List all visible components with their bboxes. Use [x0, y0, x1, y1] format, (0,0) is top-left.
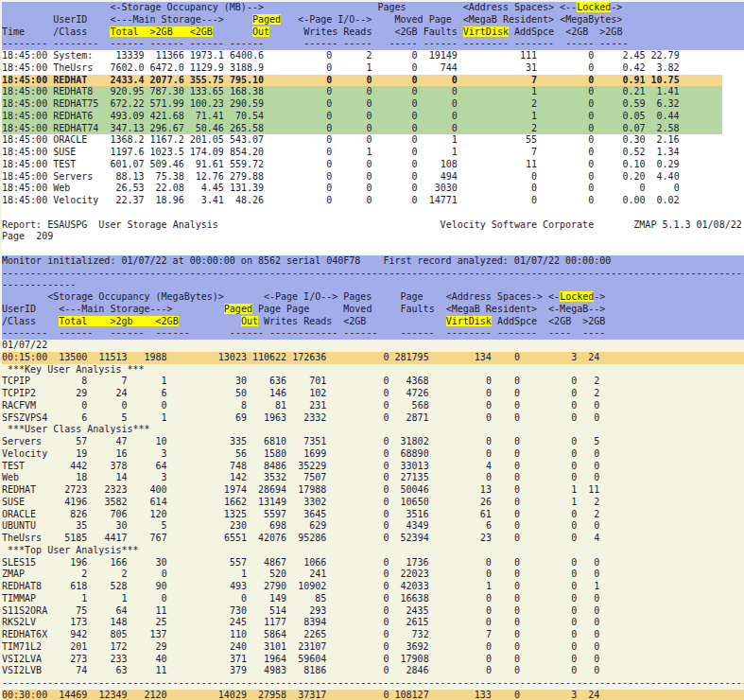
cell-userid: Servers: [53, 171, 93, 182]
cell-page-reads: 85: [315, 593, 326, 604]
cell-virtdisk: 31: [526, 62, 537, 73]
cell-virtdisk: 133: [475, 690, 492, 700]
cell-locked-lt2gb: 0: [571, 581, 577, 591]
cell-pages-moved: 0: [383, 629, 389, 639]
cell-lt2gb: 120: [150, 509, 167, 519]
cell-pages-moved: 0: [412, 134, 418, 145]
cell-page-reads: 1: [366, 147, 372, 157]
cell-pages-moved: 0: [383, 617, 389, 627]
label: AddSpce: [514, 26, 554, 37]
cell-virtdisk: 134: [475, 352, 492, 362]
cell-total: 942: [70, 629, 87, 639]
cell-pages-moved: 0: [383, 605, 389, 616]
cell-userid: REDHAT75: [53, 98, 98, 109]
cell-gt2gb: 1023.5: [150, 147, 184, 157]
table-row: REDHAT6X 942 805 137 110 5864 2265 0 732…: [2, 629, 744, 641]
cell-page-writes: 5864: [264, 629, 286, 639]
monitor-and-header: Monitor initialized: 01/07/22 at 00:00:0…: [2, 255, 744, 340]
cell-addspce: 0: [588, 75, 594, 85]
cell-lt2gb: 3: [162, 448, 167, 459]
cell-page-reads: 0: [366, 183, 372, 193]
cell-page-reads: 0: [366, 75, 372, 85]
table-row: RKS2LV 173 148 25 245 1177 8394 0 2615 0…: [2, 617, 744, 629]
cell-page-writes: 520: [269, 569, 286, 579]
cell-locked-gt2gb: 2: [594, 497, 599, 507]
label: <MegaB Resident>: [446, 304, 537, 314]
cell-pages-moved: 0: [412, 75, 418, 85]
label: >2GB: [599, 26, 622, 37]
cell-pages-moved: 0: [412, 123, 418, 133]
cell-locked-lt2gb: 0: [571, 605, 577, 616]
cell-page-writes: 0: [326, 183, 332, 193]
cell-addspce: 0: [514, 690, 520, 700]
cell-locked-lt2gb: 0: [571, 533, 577, 543]
cell-paged-out: 13023: [218, 352, 247, 362]
cell-locked-gt2gb: 2.16: [657, 134, 680, 145]
cell-total: 8: [81, 376, 87, 386]
cell-paged-out: 290.59: [230, 98, 264, 109]
cell-locked-gt2gb: 24: [588, 352, 599, 362]
cell-locked-lt2gb: 0: [571, 569, 577, 579]
cell-page-faults: 0: [452, 98, 458, 109]
cell-page-reads: 0: [366, 86, 372, 96]
cell-locked-gt2gb: 0: [594, 412, 599, 423]
cell-page-faults: 0: [452, 86, 458, 96]
cell-total: 2: [81, 569, 87, 579]
table-row: REDHAT8 618 528 90 493 2790 10902 0 4203…: [2, 581, 744, 593]
cell-pages-moved: 0: [412, 111, 418, 121]
highlighted-label: Out: [252, 26, 269, 37]
cell-locked-gt2gb: 0: [594, 569, 599, 579]
label: ------: [401, 327, 435, 338]
cell-total: 920.95: [110, 86, 144, 96]
cell-paged-out: 8: [241, 400, 247, 411]
cell-page-reads: 37317: [298, 690, 326, 700]
cell-virtdisk: 2: [531, 123, 537, 133]
label: Pages: [343, 291, 372, 302]
label: --------: [463, 38, 509, 48]
cell-lt2gb: 400: [150, 484, 167, 495]
cell-page-writes: 146: [269, 388, 286, 398]
cell-paged-out: 110: [230, 629, 247, 639]
table-row: 18:45:00 REDHAT74 347.13 296.67 50.46 26…: [2, 123, 722, 135]
cell-paged-out: 6400.6: [230, 50, 264, 61]
cell-gt2gb: 75.38: [156, 171, 184, 182]
table-row: SUSE 4196 3582 614 1662 13149 3302 0 106…: [2, 497, 744, 509]
cell-locked-gt2gb: 5: [594, 436, 599, 446]
label: UserID: [53, 14, 87, 25]
label: ------: [269, 327, 303, 338]
label: <2GB: [343, 316, 366, 326]
cell-page-writes: 0: [326, 86, 332, 96]
cell-locked-lt2gb: 3: [571, 352, 577, 362]
cell-page-writes: 3101: [264, 641, 286, 652]
cell-lt2gb: 25: [156, 617, 167, 627]
cell-page-writes: 8486: [264, 461, 286, 471]
cell-page-reads: 0: [366, 195, 372, 205]
cell-locked-gt2gb: 2: [594, 376, 599, 386]
cell-page-writes: 0: [326, 111, 332, 121]
cell-locked-gt2gb: 1: [594, 581, 599, 591]
cell-virtdisk: 1: [531, 86, 537, 96]
cell-gt2gb: 4417: [104, 533, 127, 543]
label: 209: [36, 231, 53, 241]
cell-page-faults: 0: [452, 111, 458, 121]
cell-userid: UBUNTU: [2, 520, 36, 531]
cell-page-faults: 3692: [407, 641, 429, 652]
cell-gt2gb: 233: [110, 654, 127, 664]
cell-locked-lt2gb: 0: [571, 557, 577, 568]
highlighted-label: Out: [241, 316, 258, 326]
cell-page-faults: 0: [452, 123, 458, 133]
cell-page-faults: 4368: [407, 376, 429, 386]
cell-virtdisk: 23: [480, 533, 492, 543]
cell-userid: TheUsrs: [2, 533, 42, 543]
cell-virtdisk: 13: [480, 484, 492, 495]
cell-total: 2723: [64, 484, 87, 495]
label: ------: [156, 327, 190, 338]
cell-lt2gb: 201.05: [190, 134, 224, 145]
cell-locked-lt2gb: 0: [571, 472, 577, 482]
bottom-table: 01/07/2200:15:00 13500 11513 1988 13023 …: [2, 340, 744, 700]
label: ZMAP 5.1.3 01/08/22: [633, 219, 741, 230]
cell-userid: Web: [2, 472, 19, 482]
cell-page-faults: 19149: [429, 50, 458, 61]
cell-page-faults: 4726: [407, 388, 429, 398]
label: <Address Spaces>: [463, 2, 554, 12]
